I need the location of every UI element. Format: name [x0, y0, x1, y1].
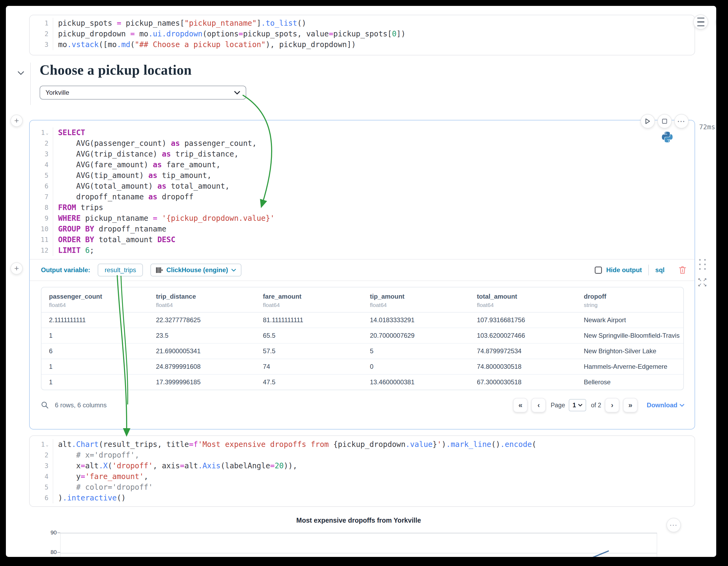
table-cell: Newark Airport [576, 312, 683, 328]
line-number: 3 [30, 39, 53, 50]
chart-more-button[interactable]: ⋯ [666, 518, 681, 532]
code-line: 9WHERE pickup_ntaname = '{pickup_dropdow… [30, 213, 695, 224]
line-number: 3 [30, 461, 53, 471]
line-number: 6 [30, 181, 53, 192]
drag-handle-icon[interactable] [699, 259, 706, 270]
hide-output-label[interactable]: Hide output [606, 266, 642, 274]
line-number: 4 [30, 471, 53, 482]
table-cell: 21.6900005341 [149, 343, 256, 359]
add-cell-button[interactable]: + [10, 115, 23, 127]
search-icon[interactable] [41, 401, 49, 409]
code-line: 2 # x='dropoff', [30, 450, 695, 461]
engine-selector-button[interactable]: ClickHouse (engine) [150, 264, 241, 276]
code-text: dropoff_ntaname as dropoff [53, 192, 194, 202]
next-page-button[interactable]: › [605, 398, 619, 412]
pickup-location-dropdown[interactable]: Yorkville [40, 86, 246, 100]
stop-cell-button[interactable] [657, 114, 672, 128]
line-number: 8 [30, 202, 53, 213]
cell-more-button[interactable]: ⋯ [674, 114, 689, 128]
code-line: 5 # color='dropoff' [30, 482, 695, 493]
line-number: 9 [30, 213, 53, 224]
language-toggle-sql[interactable]: sql [655, 266, 665, 274]
download-button[interactable]: Download [647, 401, 684, 409]
column-header-trip_distance[interactable]: trip_distancefloat64 [149, 287, 256, 312]
table-cell: 1 [41, 359, 149, 374]
code-text: GROUP BY dropoff_ntaname [53, 224, 166, 234]
table-cell: 74.8799972534 [469, 343, 577, 359]
page-total-label: of 2 [591, 402, 601, 409]
y-axis-tick-label: 90 [41, 529, 57, 536]
code-text: AVG(fare_amount) as fare_amount, [53, 159, 221, 170]
table-cell: 74.8000030518 [469, 359, 577, 374]
stop-icon [662, 119, 667, 124]
column-header-dropoff[interactable]: dropoffstring [576, 287, 683, 312]
first-page-button[interactable]: « [513, 398, 528, 412]
code-text: pickup_spots = pickup_names["pickup_ntan… [53, 18, 306, 29]
code-text: WHERE pickup_ntaname = '{pickup_dropdown… [53, 213, 275, 224]
markdown-heading: Choose a pickup location [40, 62, 192, 78]
table-footer: 6 rows, 6 columns « ‹ Page 1 of 2 › » Do… [41, 397, 684, 414]
table-row[interactable]: 117.399999618547.513.460000038167.300003… [41, 374, 683, 390]
column-header-total_amount[interactable]: total_amountfloat64 [469, 287, 577, 312]
code-line: 4 AVG(fare_amount) as fare_amount, [30, 159, 695, 170]
column-header-tip_amount[interactable]: tip_amountfloat64 [362, 287, 469, 312]
column-header-passenger_count[interactable]: passenger_countfloat64 [41, 287, 149, 312]
code-text: AVG(trip_distance) as trip_distance, [53, 149, 238, 159]
line-number: 7 [30, 192, 53, 202]
play-icon [645, 118, 651, 124]
notebook-menu-button[interactable] [693, 14, 708, 29]
table-cell: 65.5 [255, 328, 362, 343]
output-variable-input[interactable]: result_trips [98, 264, 143, 276]
code-line: 1⌄alt.Chart(result_trips, title=f'Most e… [30, 439, 695, 450]
table-cell: 24.8799991608 [149, 359, 256, 374]
table-row[interactable]: 621.690000534157.5574.8799972534New Brig… [41, 343, 683, 359]
code-line: 3 x=alt.X('dropoff', axis=alt.Axis(label… [30, 461, 695, 471]
hamburger-icon [697, 18, 704, 19]
code-line: 4 y='fare_amount', [30, 471, 695, 482]
code-text: # x='dropoff', [53, 450, 139, 461]
chevron-down-icon [234, 91, 240, 95]
divider [648, 265, 649, 275]
line-number: 2 [30, 450, 53, 461]
column-header-fare_amount[interactable]: fare_amountfloat64 [255, 287, 362, 312]
page-number-select[interactable]: 1 [569, 399, 586, 411]
fold-chevron-icon[interactable]: ⌄ [46, 442, 48, 447]
sql-cell[interactable]: 1⌄SELECT2 AVG(passenger_count) as passen… [29, 120, 695, 430]
line-number: 1 [30, 18, 53, 29]
table-cell: 47.5 [255, 374, 362, 390]
table-cell: Bellerose [576, 374, 683, 390]
table-cell: New Brighton-Silver Lake [576, 343, 683, 359]
collapse-cell-chevron-icon[interactable] [16, 69, 26, 77]
trash-icon [678, 266, 687, 274]
run-cell-button[interactable] [640, 114, 655, 128]
line-number: 2 [30, 138, 53, 149]
code-cell-python-top[interactable]: 1pickup_spots = pickup_names["pickup_nta… [29, 15, 695, 55]
code-cell-altair[interactable]: 1⌄alt.Chart(result_trips, title=f'Most e… [29, 435, 695, 507]
table-cell: 6 [41, 343, 149, 359]
y-axis-tick [57, 533, 60, 533]
hide-output-checkbox[interactable] [595, 267, 602, 274]
table-row[interactable]: 124.879999160874074.8000030518Hammels-Ar… [41, 359, 683, 374]
sql-editor[interactable]: 1⌄SELECT2 AVG(passenger_count) as passen… [30, 120, 695, 256]
expand-cell-icon[interactable]: ↖↗ ↙↘ [697, 277, 709, 287]
prev-page-button[interactable]: ‹ [531, 398, 546, 412]
add-cell-button[interactable]: + [10, 262, 23, 275]
table-cell: Hammels-Arverne-Edgemere [576, 359, 683, 374]
code-text: ORDER BY total_amount DESC [53, 234, 175, 245]
settings-button[interactable]: ⚙ [716, 14, 716, 29]
code-editor[interactable]: 1⌄alt.Chart(result_trips, title=f'Most e… [30, 439, 695, 503]
table-cell: 1 [41, 328, 149, 343]
line-number: 4 [30, 159, 53, 170]
table-row[interactable]: 2.111111111122.327777862581.111111111114… [41, 312, 683, 328]
fold-chevron-icon[interactable]: ⌄ [46, 130, 48, 135]
table-row[interactable]: 123.565.520.7000007629103.6200027466New … [41, 328, 683, 343]
code-text: ).interactive() [53, 493, 126, 503]
code-text: AVG(tip_amount) as tip_amount, [53, 170, 211, 181]
code-line: 1⌄SELECT [30, 127, 695, 138]
chart-plot-area[interactable] [60, 533, 657, 557]
delete-cell-button[interactable] [678, 266, 687, 274]
code-text: x=alt.X('dropoff', axis=alt.Axis(labelAn… [53, 461, 297, 471]
cell-runtime-badge: 72ms [699, 123, 715, 131]
code-editor[interactable]: 1pickup_spots = pickup_names["pickup_nta… [30, 18, 695, 50]
last-page-button[interactable]: » [623, 398, 638, 412]
